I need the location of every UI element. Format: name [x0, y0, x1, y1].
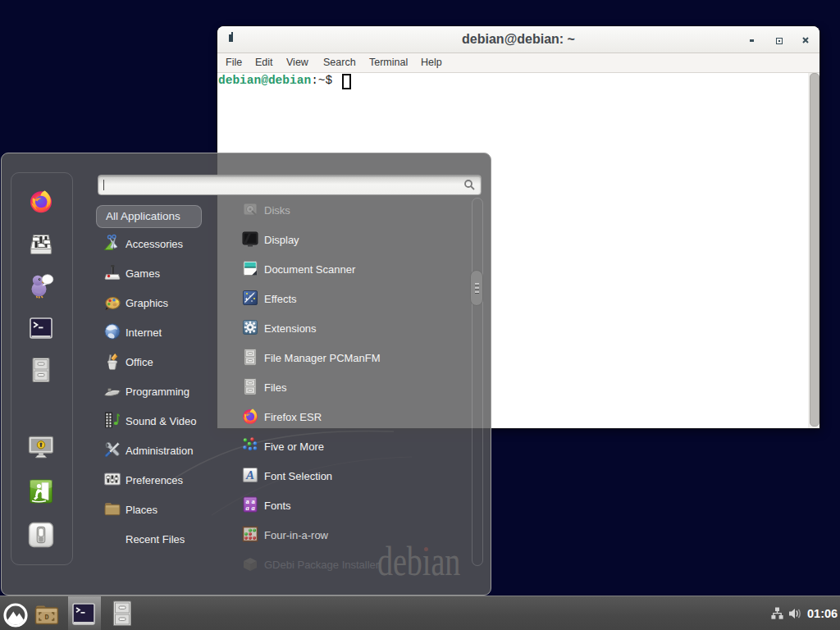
svg-text:A: A [245, 468, 254, 482]
svg-text:D: D [44, 614, 48, 622]
